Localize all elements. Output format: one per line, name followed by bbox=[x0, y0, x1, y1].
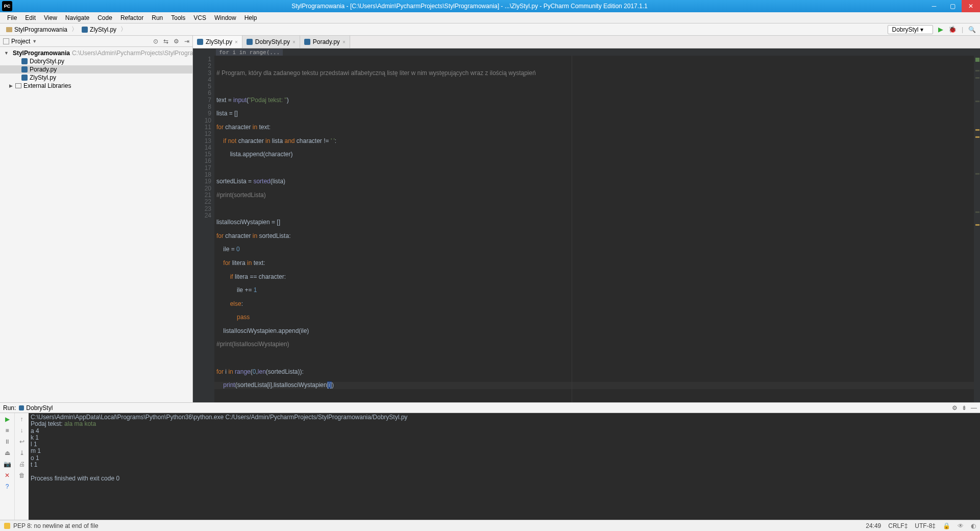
close-icon[interactable]: × bbox=[292, 39, 296, 45]
hide-icon[interactable]: ⇥ bbox=[184, 38, 189, 45]
console[interactable]: C:\Users\Admin\AppData\Local\Programs\Py… bbox=[29, 413, 980, 520]
status-position[interactable]: 24:49 bbox=[866, 522, 881, 529]
hide-icon[interactable]: — bbox=[971, 404, 977, 412]
python-icon bbox=[21, 75, 28, 81]
console-line: l 1 bbox=[31, 441, 37, 448]
error-stripe[interactable] bbox=[974, 56, 980, 402]
menu-edit[interactable]: Edit bbox=[21, 13, 40, 22]
console-line: k 1 bbox=[31, 434, 39, 441]
print-icon[interactable]: 🖨 bbox=[18, 460, 26, 468]
python-icon bbox=[304, 39, 310, 45]
python-icon bbox=[197, 39, 203, 45]
menu-refactor[interactable]: Refactor bbox=[116, 13, 148, 22]
collapse-icon[interactable]: ⊙ bbox=[153, 38, 158, 45]
run-config-name: DobryStyl bbox=[26, 404, 53, 412]
down-icon[interactable]: ↓ bbox=[18, 426, 26, 435]
dump-icon[interactable]: 📷 bbox=[3, 460, 11, 468]
inspector-icon[interactable]: 👁 bbox=[958, 522, 964, 529]
pin-icon[interactable]: ⇟ bbox=[962, 404, 967, 412]
maximize-button[interactable]: ▢ bbox=[943, 0, 962, 12]
menu-vcs[interactable]: VCS bbox=[189, 13, 210, 22]
tab-dobrystyl[interactable]: DobryStyl.py× bbox=[242, 36, 300, 48]
warning-icon[interactable] bbox=[975, 224, 979, 226]
menu-file[interactable]: File bbox=[3, 13, 21, 22]
python-icon bbox=[19, 405, 24, 411]
run-icon[interactable]: ▶ bbox=[938, 26, 943, 33]
close-icon[interactable]: ✕ bbox=[3, 471, 11, 479]
search-icon[interactable]: 🔍 bbox=[968, 26, 976, 33]
project-header: Project ▼ ⊙ ⇆ ⚙ ⇥ bbox=[0, 36, 192, 47]
chevron-down-icon[interactable]: ▼ bbox=[32, 39, 37, 44]
chevron-down-icon[interactable]: ▼ bbox=[4, 51, 9, 56]
up-icon[interactable]: ↑ bbox=[18, 415, 26, 423]
tree-file[interactable]: ZlyStyl.py bbox=[0, 74, 192, 82]
exit-icon[interactable]: ⏏ bbox=[3, 449, 11, 457]
close-button[interactable]: ✕ bbox=[962, 0, 980, 12]
warning-icon[interactable] bbox=[975, 129, 979, 131]
minimize-button[interactable]: ─ bbox=[925, 0, 943, 12]
close-icon[interactable]: × bbox=[342, 39, 346, 45]
rerun-icon[interactable]: ▶ bbox=[3, 415, 11, 423]
mark-icon[interactable] bbox=[975, 77, 979, 79]
help-icon[interactable]: ? bbox=[3, 482, 11, 491]
console-line: a 4 bbox=[31, 427, 39, 435]
mark-icon[interactable] bbox=[975, 211, 979, 213]
run-config-label: DobryStyl bbox=[892, 26, 919, 33]
tree-file-label: DobryStyl.py bbox=[30, 58, 64, 65]
status-encoding[interactable]: UTF-8‡ bbox=[915, 522, 936, 529]
close-icon[interactable]: × bbox=[235, 39, 238, 45]
debug-icon[interactable]: 🐞 bbox=[948, 26, 957, 33]
editor-tabs: ZlyStyl.py× DobryStyl.py× Porady.py× bbox=[193, 36, 980, 49]
gear-icon[interactable]: ⚙ bbox=[174, 38, 179, 45]
run-config-select[interactable]: DobryStyl ▾ bbox=[888, 25, 933, 34]
menu-help[interactable]: Help bbox=[240, 13, 261, 22]
menu-navigate[interactable]: Navigate bbox=[61, 13, 93, 22]
status-eol[interactable]: CRLF‡ bbox=[888, 522, 908, 529]
menu-window[interactable]: Window bbox=[210, 13, 240, 22]
menu-run[interactable]: Run bbox=[148, 13, 167, 22]
mark-icon[interactable] bbox=[975, 101, 979, 102]
tree-file[interactable]: Porady.py bbox=[0, 65, 192, 74]
tab-zlystyl[interactable]: ZlyStyl.py× bbox=[193, 36, 242, 48]
python-icon bbox=[247, 39, 253, 45]
toolbar-sep-icon: | bbox=[962, 26, 963, 33]
menu-view[interactable]: View bbox=[40, 13, 61, 22]
stop-icon[interactable]: ■ bbox=[3, 426, 11, 435]
console-line: o 1 bbox=[31, 454, 39, 462]
project-header-label: Project bbox=[11, 38, 30, 45]
expand-icon[interactable]: ⇆ bbox=[163, 38, 168, 45]
project-panel: Project ▼ ⊙ ⇆ ⚙ ⇥ ▼ StylProgramowaniaC:\… bbox=[0, 36, 193, 402]
gutter: 123456789101112131415161718192021222324 bbox=[193, 56, 214, 402]
tree-libs[interactable]: ▶ External Libraries bbox=[0, 82, 192, 90]
navbar: StylProgramowania 〉 ZlyStyl.py 〉 DobrySt… bbox=[0, 23, 980, 36]
indicator-icon[interactable]: ◐ bbox=[971, 522, 976, 529]
tree-file[interactable]: DobryStyl.py bbox=[0, 57, 192, 65]
tab-porady[interactable]: Porady.py× bbox=[300, 36, 350, 48]
menu-tools[interactable]: Tools bbox=[167, 13, 189, 22]
menu-code[interactable]: Code bbox=[93, 13, 116, 22]
warning-icon[interactable] bbox=[4, 523, 10, 529]
wrap-icon[interactable]: ↩ bbox=[18, 438, 26, 446]
tree-root[interactable]: ▼ StylProgramowaniaC:\Users\Admin\Pychar… bbox=[0, 49, 192, 57]
pause-icon[interactable]: ⏸ bbox=[3, 438, 11, 446]
mark-icon[interactable] bbox=[975, 70, 979, 71]
mark-icon[interactable] bbox=[975, 173, 979, 175]
warning-icon[interactable] bbox=[975, 136, 979, 138]
scroll-icon[interactable]: ⤓ bbox=[18, 449, 26, 457]
crumb-file[interactable]: ZlyStyl.py bbox=[80, 25, 118, 34]
crumb-sep-icon: 〉 bbox=[120, 25, 127, 34]
lock-icon[interactable]: 🔒 bbox=[943, 522, 950, 529]
crumb-label: ZlyStyl.py bbox=[90, 26, 116, 33]
library-icon bbox=[15, 83, 21, 88]
code[interactable]: # Program, który dla zadanego tekstu prz… bbox=[214, 56, 980, 402]
crumb-project[interactable]: StylProgramowania bbox=[4, 25, 69, 34]
crumb-sep-icon: 〉 bbox=[71, 25, 78, 34]
window-title: StylProgramowania - [C:\Users\Admin\Pych… bbox=[14, 3, 925, 10]
chevron-right-icon[interactable]: ▶ bbox=[8, 83, 13, 88]
statusbar: PEP 8: no newline at end of file 24:49 C… bbox=[0, 520, 980, 531]
clear-icon[interactable]: 🗑 bbox=[18, 471, 26, 479]
editor: ZlyStyl.py× DobryStyl.py× Porady.py× for… bbox=[193, 36, 980, 402]
gear-icon[interactable]: ⚙ bbox=[952, 404, 958, 412]
project-tree: ▼ StylProgramowaniaC:\Users\Admin\Pychar… bbox=[0, 47, 192, 92]
code-area[interactable]: 123456789101112131415161718192021222324 … bbox=[193, 56, 980, 402]
